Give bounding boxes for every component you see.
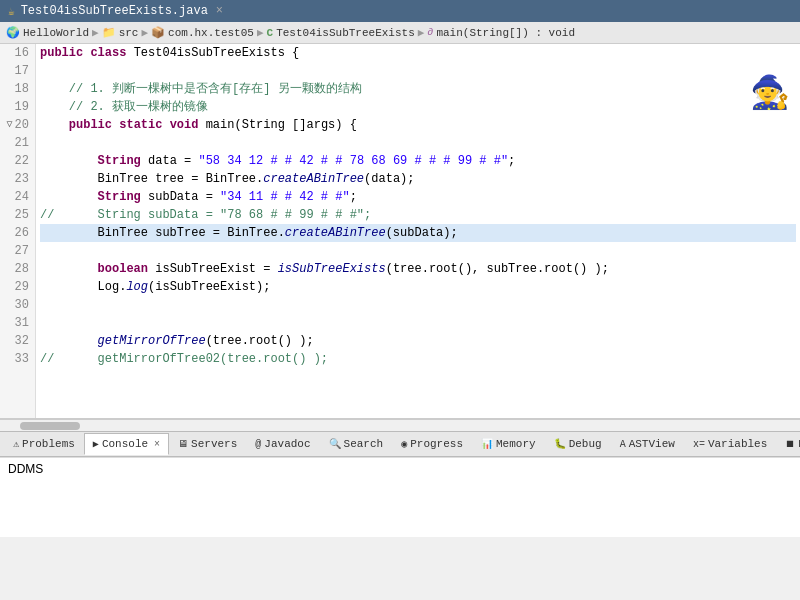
code-line-32: getMirrorOfTree(tree.root() ); <box>40 332 796 350</box>
class-icon: C <box>267 27 274 39</box>
problems-icon: ⚠ <box>13 438 19 450</box>
tab-problems-label: Problems <box>22 438 75 450</box>
ln-23: 23 <box>6 170 29 188</box>
decorative-figure: 🧙 <box>750 79 780 119</box>
tab-search[interactable]: 🔍 Search <box>320 433 393 455</box>
tab-search-label: Search <box>344 438 384 450</box>
code-line-26: BinTree subTree = BinTree.createABinTree… <box>40 224 796 242</box>
close-tab-icon[interactable]: × <box>216 4 223 18</box>
astview-icon: A <box>620 439 626 450</box>
ln-28: 28 <box>6 260 29 278</box>
code-line-25: // String subData = "78 68 # # 99 # # #"… <box>40 206 796 224</box>
tab-memory-label: Memory <box>496 438 536 450</box>
ln-19: 19 <box>6 98 29 116</box>
breakpoints-icon: ⏹ <box>785 438 795 450</box>
tab-javadoc[interactable]: @ Javadoc <box>246 433 319 455</box>
code-line-31 <box>40 314 796 332</box>
console-area: DDMS <box>0 457 800 537</box>
horizontal-scrollbar[interactable] <box>0 419 800 431</box>
fold-icon-20[interactable]: ▽ <box>7 116 13 134</box>
tab-variables[interactable]: x= Variables <box>684 433 776 455</box>
tab-progress-label: Progress <box>410 438 463 450</box>
tab-servers-label: Servers <box>191 438 237 450</box>
tab-memory[interactable]: 📊 Memory <box>472 433 545 455</box>
search-icon: 🔍 <box>329 438 341 450</box>
bc-method[interactable]: ∂ main(String[]) : void <box>427 27 575 39</box>
code-line-30 <box>40 296 796 314</box>
progress-icon: ◉ <box>401 438 407 450</box>
ddms-label: DDMS <box>8 462 792 476</box>
bc-sep-2: ▶ <box>141 26 148 39</box>
bc-sep-3: ▶ <box>257 26 264 39</box>
ln-26: 26 <box>6 224 29 242</box>
bc-helloworld-label: HelloWorld <box>23 27 89 39</box>
bc-method-label: main(String[]) : void <box>436 27 575 39</box>
ln-33: 33 <box>6 350 29 368</box>
ln-17: 17 <box>6 62 29 80</box>
ln-24: 24 <box>6 188 29 206</box>
editor: 16 17 18 19 ▽20 21 22 23 24 25 26 27 28 … <box>0 44 800 419</box>
code-line-19: // 2. 获取一棵树的镜像 <box>40 98 796 116</box>
code-line-18: // 1. 判断一棵树中是否含有[存在] 另一颗数的结构 <box>40 80 796 98</box>
memory-icon: 📊 <box>481 438 493 450</box>
variables-icon: x= <box>693 439 705 450</box>
code-line-22: String data = "58 34 12 # # 42 # # 78 68… <box>40 152 796 170</box>
ln-21: 21 <box>6 134 29 152</box>
tab-debug-label: Debug <box>569 438 602 450</box>
title-filename: Test04isSubTreeExists.java <box>21 4 208 18</box>
scrollbar-thumb[interactable] <box>20 422 80 430</box>
tab-debug[interactable]: 🐛 Debug <box>545 433 611 455</box>
line-numbers: 16 17 18 19 ▽20 21 22 23 24 25 26 27 28 … <box>0 44 36 418</box>
bc-helloworld[interactable]: 🌍 HelloWorld <box>6 26 89 39</box>
bc-class-label: Test04isSubTreeExists <box>276 27 415 39</box>
debug-icon: 🐛 <box>554 438 566 450</box>
code-line-28: boolean isSubTreeExist = isSubTreeExists… <box>40 260 796 278</box>
tab-variables-label: Variables <box>708 438 767 450</box>
bottom-tab-bar: ⚠ Problems ▶ Console × 🖥 Servers @ Javad… <box>0 431 800 457</box>
bc-class[interactable]: C Test04isSubTreeExists <box>267 27 415 39</box>
ln-29: 29 <box>6 278 29 296</box>
bc-src-label: src <box>119 27 139 39</box>
ln-20: ▽20 <box>6 116 29 134</box>
ln-32: 32 <box>6 332 29 350</box>
breadcrumb-bar: 🌍 HelloWorld ▶ 📁 src ▶ 📦 com.hx.test05 ▶… <box>0 22 800 44</box>
ln-27: 27 <box>6 242 29 260</box>
ln-22: 22 <box>6 152 29 170</box>
ln-30: 30 <box>6 296 29 314</box>
file-icon: ☕ <box>8 5 15 18</box>
tab-breakpoints[interactable]: ⏹ Breakp... <box>776 433 800 455</box>
code-line-29: Log.log(isSubTreeExist); <box>40 278 796 296</box>
tab-astview[interactable]: A ASTView <box>611 433 684 455</box>
code-line-21 <box>40 134 796 152</box>
bc-package-label: com.hx.test05 <box>168 27 254 39</box>
src-icon: 📁 <box>102 26 116 39</box>
bc-sep-1: ▶ <box>92 26 99 39</box>
console-icon: ▶ <box>93 438 99 450</box>
code-line-17 <box>40 62 796 80</box>
ln-25: 25 <box>6 206 29 224</box>
bc-src[interactable]: 📁 src <box>102 26 139 39</box>
method-icon: ∂ <box>427 27 433 38</box>
helloworld-icon: 🌍 <box>6 26 20 39</box>
package-icon: 📦 <box>151 26 165 39</box>
tab-progress[interactable]: ◉ Progress <box>392 433 472 455</box>
code-line-33: // getMirrorOfTree02(tree.root() ); <box>40 350 796 368</box>
tab-astview-label: ASTView <box>629 438 675 450</box>
tab-servers[interactable]: 🖥 Servers <box>169 433 246 455</box>
title-bar: ☕ Test04isSubTreeExists.java × <box>0 0 800 22</box>
code-line-23: BinTree tree = BinTree.createABinTree(da… <box>40 170 796 188</box>
ln-18: 18 <box>6 80 29 98</box>
javadoc-icon: @ <box>255 439 261 450</box>
code-line-27 <box>40 242 796 260</box>
console-close-icon[interactable]: × <box>154 439 160 450</box>
ln-16: 16 <box>6 44 29 62</box>
code-content[interactable]: public class Test04isSubTreeExists { // … <box>36 44 800 418</box>
tab-console-label: Console <box>102 438 148 450</box>
bc-sep-4: ▶ <box>418 26 425 39</box>
tab-console[interactable]: ▶ Console × <box>84 433 169 455</box>
bc-package[interactable]: 📦 com.hx.test05 <box>151 26 254 39</box>
servers-icon: 🖥 <box>178 438 188 450</box>
ln-31: 31 <box>6 314 29 332</box>
tab-problems[interactable]: ⚠ Problems <box>4 433 84 455</box>
tab-javadoc-label: Javadoc <box>264 438 310 450</box>
